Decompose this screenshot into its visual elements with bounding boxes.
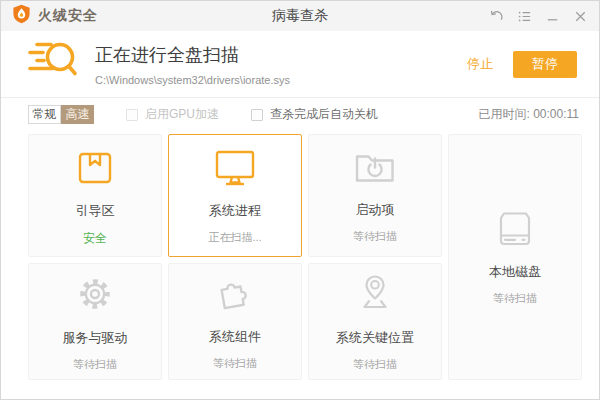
menu-list-icon[interactable] [513,5,535,27]
services-drivers-icon [73,272,117,316]
scanning-magnifier-icon [25,38,81,90]
local-disk-icon [493,208,537,250]
app-logo-group: 火绒安全 [12,4,98,28]
window-controls [485,5,591,27]
scan-item-system-critical-location: 系统关键位置 等待扫描 [308,263,442,380]
scan-item-label: 服务与驱动 [63,329,128,347]
system-critical-location-icon [353,272,397,316]
scan-item-status: 等待扫描 [73,357,117,372]
scan-status-text: 正在进行全盘扫描 C:\Windows\system32\drivers\ior… [95,43,290,86]
scan-item-label: 系统关键位置 [336,329,414,347]
gpu-acceleration-checkbox[interactable]: 启用GPU加速 [126,106,219,123]
system-process-icon [212,147,258,189]
scan-header: 正在进行全盘扫描 C:\Windows\system32\drivers\ior… [1,31,599,98]
scan-item-system-components: 系统组件 等待扫描 [168,263,302,380]
scan-item-label: 系统组件 [209,328,261,346]
page-title: 病毒查杀 [272,7,328,25]
scan-item-status: 安全 [83,230,107,247]
speed-mode-toggle: 常规 高速 [28,105,94,124]
scan-item-label: 引导区 [76,202,115,220]
scan-item-status: 正在扫描... [208,230,261,245]
close-button[interactable] [569,5,591,27]
app-window: 火绒安全 病毒查杀 [0,0,600,400]
scan-item-label: 系统进程 [209,202,261,220]
elapsed-time-label: 已用时间: [478,107,529,121]
mode-normal-button[interactable]: 常规 [28,105,61,124]
scan-item-label: 启动项 [356,201,395,219]
back-undo-button[interactable] [485,5,507,27]
flame-shield-logo-icon [12,4,31,28]
boot-sector-icon [73,145,117,189]
current-file-path: C:\Windows\system32\drivers\iorate.sys [95,74,290,86]
scan-item-status: 等待扫描 [213,356,257,371]
scan-item-services-drivers: 服务与驱动 等待扫描 [28,263,162,380]
pause-button[interactable]: 暂停 [513,51,577,78]
elapsed-time-value: 00:00:11 [533,107,579,121]
scan-item-label: 本地磁盘 [489,263,541,281]
scan-items-grid: 引导区 安全 系统进程 正在扫描... 启动项 [1,131,599,380]
scan-toolbar: 常规 高速 启用GPU加速 查杀完成后自动关机 已用时间: 00:00:11 [1,98,599,131]
app-name: 火绒安全 [38,7,98,25]
checkbox-icon[interactable] [126,109,138,121]
system-components-icon [213,273,257,315]
auto-shutdown-checkbox[interactable]: 查杀完成后自动关机 [251,106,378,123]
titlebar: 火绒安全 病毒查杀 [1,1,599,31]
scan-item-status: 等待扫描 [353,357,397,372]
stop-button[interactable]: 停止 [467,55,493,73]
startup-items-icon [352,148,398,188]
scan-item-local-disk: 本地磁盘 等待扫描 [448,134,582,380]
gpu-acceleration-label: 启用GPU加速 [145,106,219,123]
auto-shutdown-label: 查杀完成后自动关机 [270,106,378,123]
scan-item-boot-sector: 引导区 安全 [28,134,162,257]
mode-fast-button[interactable]: 高速 [61,105,94,124]
scan-actions: 停止 暂停 [467,51,577,78]
minimize-button[interactable] [541,5,563,27]
scan-item-status: 等待扫描 [353,229,397,244]
scan-item-system-process: 系统进程 正在扫描... [168,134,302,257]
elapsed-time: 已用时间: 00:00:11 [478,106,579,123]
scan-title: 正在进行全盘扫描 [95,43,290,67]
scan-item-status: 等待扫描 [493,291,537,306]
checkbox-icon[interactable] [251,109,263,121]
scan-item-startup: 启动项 等待扫描 [308,134,442,257]
